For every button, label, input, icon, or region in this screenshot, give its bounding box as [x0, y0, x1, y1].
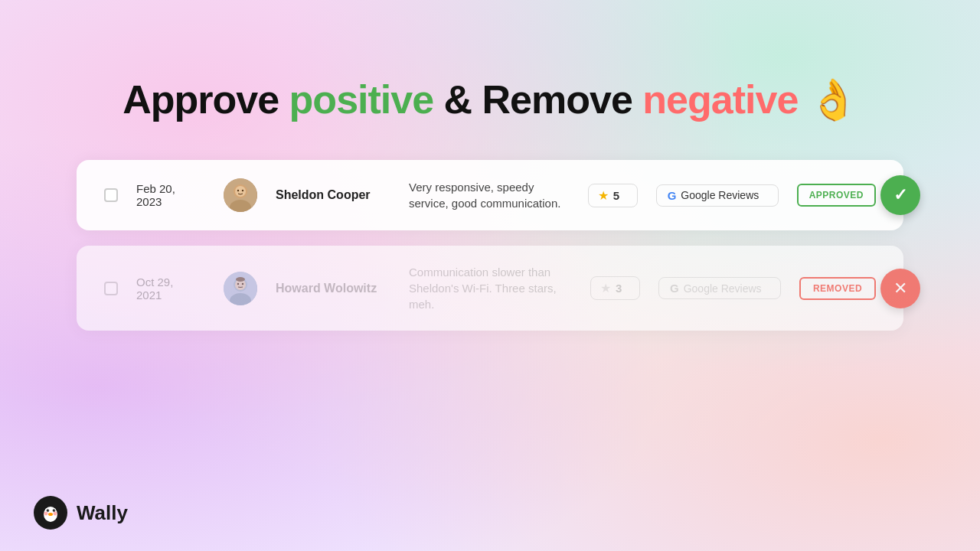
- x-icon: ✕: [893, 280, 907, 297]
- headline-negative: negative: [642, 77, 798, 122]
- svg-point-20: [54, 510, 54, 510]
- rating-1: ★ 5: [588, 184, 638, 207]
- avatar-2: [224, 272, 257, 305]
- headline-middle: & Remove: [433, 77, 642, 122]
- source-label-1: Google Reviews: [681, 189, 759, 201]
- reviews-list: ✓ Feb 20, 2023 Sheldon Cooper Very: [77, 160, 903, 331]
- approve-button[interactable]: ✓: [880, 175, 920, 215]
- headline-emoji: 👌: [808, 77, 858, 122]
- svg-point-18: [53, 509, 56, 512]
- reviewer-name-1: Sheldon Cooper: [276, 188, 390, 202]
- svg-point-17: [47, 509, 50, 512]
- review-date-2: Oct 29, 2021: [136, 276, 205, 302]
- review-date-1: Feb 20, 2023: [136, 182, 205, 208]
- rating-num-1: 5: [613, 189, 619, 202]
- svg-point-23: [54, 512, 57, 516]
- logo-name: Wally: [77, 501, 128, 525]
- source-badge-2: G Google Reviews: [658, 277, 781, 299]
- headline-prefix: Approve: [122, 77, 289, 122]
- source-label-2: Google Reviews: [684, 282, 762, 295]
- checkmark-icon: ✓: [893, 187, 907, 204]
- main-content: Approve positive & Remove negative 👌 ✓ F…: [0, 0, 980, 331]
- status-badge-2: REMOVED: [799, 277, 876, 300]
- reviewer-name-2: Howard Wolowitz: [276, 282, 390, 295]
- review-text-1: Very responsive, speedy service, good co…: [409, 179, 570, 211]
- checkbox-1[interactable]: [104, 188, 118, 202]
- headline-positive: positive: [289, 77, 434, 122]
- source-badge-1: G Google Reviews: [656, 184, 779, 207]
- svg-point-12: [236, 277, 245, 282]
- review-card-1: ✓ Feb 20, 2023 Sheldon Cooper Very: [77, 160, 903, 230]
- svg-point-5: [242, 190, 243, 191]
- logo-area: Wally: [34, 496, 128, 530]
- svg-point-11: [242, 282, 243, 284]
- svg-point-19: [47, 510, 48, 510]
- rating-num-2: 3: [616, 282, 622, 295]
- review-card-2: ✕ Oct 29, 2021 Howard Wolowitz: [77, 246, 903, 331]
- google-icon-1: G: [668, 189, 677, 202]
- svg-point-10: [237, 282, 239, 284]
- avatar-1: [224, 178, 257, 212]
- headline: Approve positive & Remove negative 👌: [122, 77, 858, 123]
- status-badge-1: APPROVED: [797, 184, 876, 207]
- star-icon-2: ★: [600, 281, 611, 295]
- star-icon-1: ★: [598, 188, 609, 203]
- checkbox-2[interactable]: [104, 282, 118, 295]
- svg-point-21: [48, 513, 53, 516]
- remove-button[interactable]: ✕: [880, 269, 920, 308]
- rating-2: ★ 3: [590, 276, 640, 300]
- review-text-2: Communication slower than Sheldon's Wi-F…: [409, 264, 572, 312]
- logo-icon: [34, 496, 67, 530]
- svg-point-4: [237, 190, 239, 191]
- google-icon-2: G: [670, 282, 679, 295]
- svg-point-3: [235, 186, 246, 197]
- svg-point-22: [44, 512, 48, 516]
